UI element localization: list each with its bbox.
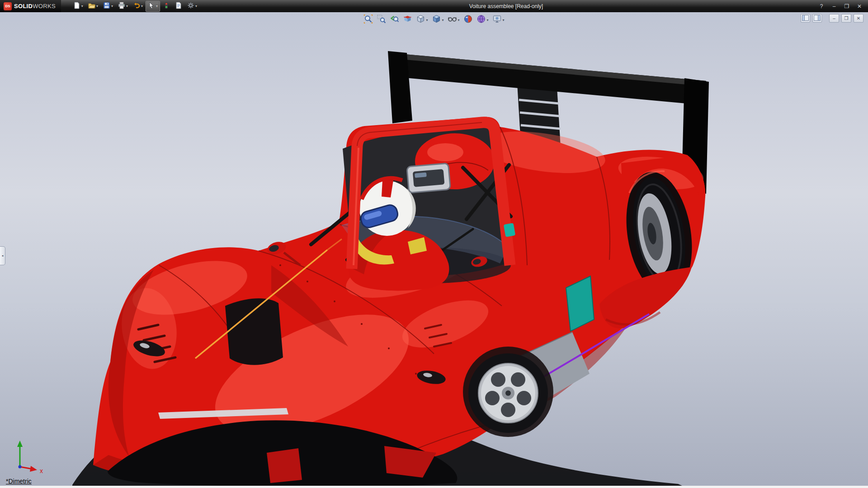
document-minimize-button[interactable]: – <box>829 14 839 23</box>
print-icon <box>118 2 125 11</box>
dropdown-caret-icon[interactable]: ▾ <box>195 5 197 8</box>
solidworks-logo: DS SOLIDWORKS <box>0 0 61 12</box>
save-button[interactable]: ▾ <box>101 1 115 12</box>
title-bar: DS SOLIDWORKS ▾ ▾ ▾ ▾ ▾ ▾ <box>0 0 868 12</box>
dropdown-caret-icon[interactable]: ▾ <box>81 5 83 8</box>
options-gear-icon <box>187 2 194 11</box>
menu-bar-toolbar: ▾ ▾ ▾ ▾ ▾ ▾ ▾ <box>71 1 199 12</box>
help-button[interactable]: ? <box>817 3 826 9</box>
select-button[interactable]: ▾ <box>146 1 160 12</box>
hide-show-items-button[interactable]: ▾ <box>447 14 460 26</box>
apply-scene-icon <box>477 14 486 25</box>
view-orientation-icon <box>416 14 425 25</box>
edit-appearance-icon <box>464 14 473 25</box>
section-view-button[interactable] <box>402 14 412 26</box>
previous-view-icon <box>390 14 399 25</box>
dropdown-caret-icon[interactable]: ▾ <box>126 5 128 8</box>
save-icon <box>103 2 110 11</box>
dropdown-caret-icon[interactable]: ▾ <box>487 18 489 22</box>
view-settings-icon <box>493 14 502 25</box>
dropdown-caret-icon[interactable]: ▾ <box>96 5 98 8</box>
hide-show-items-icon <box>448 14 457 25</box>
view-orientation-label: *Dimetric <box>6 478 32 485</box>
apply-scene-button[interactable]: ▾ <box>476 14 489 26</box>
document-restore-button[interactable]: ❐ <box>841 14 851 23</box>
front-right-wheel[interactable] <box>463 347 553 437</box>
previous-view-button[interactable] <box>389 14 399 26</box>
display-pane-toggle[interactable] <box>812 14 822 23</box>
window-title: Voiture assemblee [Read-only] <box>199 3 813 9</box>
undo-icon <box>133 2 140 11</box>
featuremanager-pane-icon <box>802 14 809 23</box>
brand-name: SOLIDWORKS <box>14 3 56 9</box>
featuremanager-pane-toggle[interactable] <box>801 14 810 23</box>
intake-scoop <box>407 163 451 193</box>
options-button[interactable]: ▾ <box>185 1 199 12</box>
section-view-icon <box>403 14 412 25</box>
dropdown-caret-icon[interactable]: ▾ <box>442 18 443 22</box>
open-icon <box>88 2 95 11</box>
minimize-button[interactable]: – <box>830 3 838 9</box>
zoom-to-fit-button[interactable] <box>363 14 373 26</box>
undo-button[interactable]: ▾ <box>131 1 145 12</box>
model-scene[interactable]: x <box>0 12 868 488</box>
dropdown-caret-icon[interactable]: ▾ <box>426 18 428 22</box>
rebuild-icon <box>163 2 170 11</box>
window-controls: ? – ❐ ✕ <box>813 3 868 9</box>
new-document-icon <box>73 2 80 11</box>
document-window-controls: – ❐ ✕ <box>801 14 863 23</box>
bottom-strip <box>0 486 868 488</box>
view-orientation-button[interactable]: ▾ <box>415 14 428 26</box>
view-settings-button[interactable]: ▾ <box>492 14 505 26</box>
ds-logo-icon: DS <box>4 2 12 10</box>
zoom-to-area-icon <box>377 14 386 25</box>
triad-x-label: x <box>40 467 43 474</box>
close-button[interactable]: ✕ <box>855 3 863 9</box>
file-properties-button[interactable] <box>173 1 184 12</box>
orientation-triad[interactable]: x <box>17 441 43 474</box>
zoom-to-area-button[interactable] <box>376 14 386 26</box>
document-close-button[interactable]: ✕ <box>854 14 863 23</box>
dropdown-caret-icon[interactable]: ▾ <box>156 5 158 8</box>
dropdown-caret-icon[interactable]: ▾ <box>141 5 143 8</box>
display-pane-icon <box>814 14 821 23</box>
print-button[interactable]: ▾ <box>116 1 130 12</box>
display-style-button[interactable]: ▾ <box>431 14 444 26</box>
rebuild-button[interactable] <box>160 1 172 12</box>
dropdown-caret-icon[interactable]: ▾ <box>503 18 505 22</box>
graphics-viewport[interactable]: x ▾ ▾ ▾ ▾ <box>0 12 868 488</box>
heads-up-view-toolbar: ▾ ▾ ▾ ▾ ▾ <box>363 14 505 26</box>
brand-name-bold: SOLID <box>14 3 33 9</box>
panel-collapse-tab[interactable]: ◂ <box>0 246 5 265</box>
open-button[interactable]: ▾ <box>86 1 100 12</box>
front-left-wheel-well <box>225 298 283 365</box>
restore-button[interactable]: ❐ <box>843 3 851 9</box>
display-style-icon <box>432 14 441 25</box>
select-cursor-icon <box>148 2 155 11</box>
brand-name-regular: WORKS <box>33 3 56 9</box>
file-properties-icon <box>175 2 182 11</box>
new-document-button[interactable]: ▾ <box>71 1 85 12</box>
diffuser-fence-left <box>267 448 302 483</box>
dropdown-caret-icon[interactable]: ▾ <box>111 5 113 8</box>
edit-appearance-button[interactable] <box>463 14 473 26</box>
zoom-to-fit-icon <box>363 14 373 25</box>
dropdown-caret-icon[interactable]: ▾ <box>458 18 459 22</box>
